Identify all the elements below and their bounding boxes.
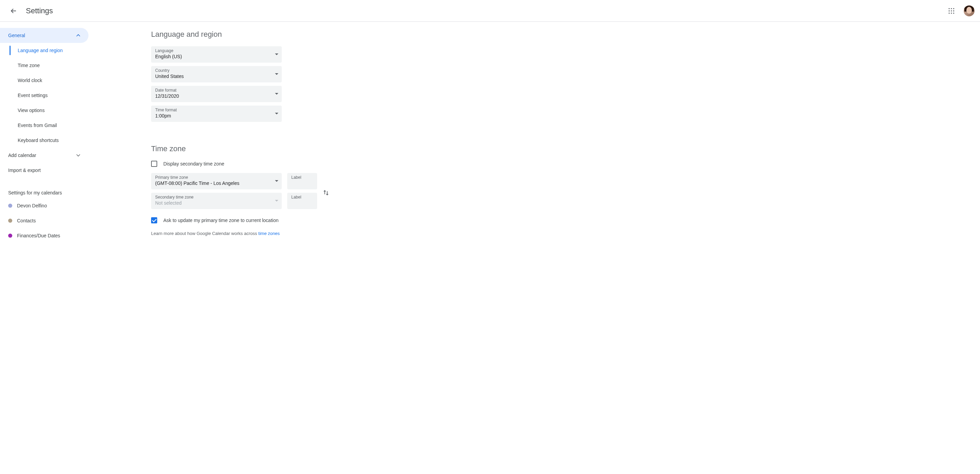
svg-point-6	[949, 13, 950, 14]
sidebar-group-label: General	[8, 33, 25, 38]
sidebar-item-import-export[interactable]: Import & export	[0, 163, 89, 178]
sidebar-item-label: Event settings	[18, 93, 48, 98]
date-format-select[interactable]: Date format 12/31/2020	[151, 86, 282, 102]
svg-point-8	[953, 13, 954, 14]
sidebar-item-add-calendar[interactable]: Add calendar	[0, 148, 89, 163]
caret-down-icon	[275, 113, 278, 115]
select-label: Primary time zone	[155, 175, 278, 180]
svg-point-0	[949, 8, 950, 9]
caret-down-icon	[275, 180, 278, 182]
svg-point-2	[953, 8, 954, 9]
sidebar-item-label: Time zone	[18, 63, 40, 68]
caret-down-icon	[275, 53, 278, 56]
svg-point-1	[951, 8, 952, 9]
sidebar-item-keyboard-shortcuts[interactable]: Keyboard shortcuts	[10, 133, 89, 148]
select-value: Not selected	[155, 199, 278, 206]
sidebar-item-label: Events from Gmail	[18, 123, 57, 128]
sidebar-item-language-region[interactable]: Language and region	[10, 43, 89, 58]
sidebar-item-events-from-gmail[interactable]: Events from Gmail	[10, 118, 89, 133]
input-label: Label	[291, 195, 313, 199]
calendar-color-dot	[8, 204, 12, 208]
swap-vertical-icon	[322, 189, 330, 196]
settings-sidebar: General Language and region Time zone Wo…	[0, 22, 89, 474]
sidebar-item-label: Import & export	[8, 168, 41, 173]
arrow-left-icon	[10, 7, 18, 15]
caret-down-icon	[275, 93, 278, 95]
display-secondary-tz-checkbox[interactable]	[151, 161, 157, 167]
input-label: Label	[291, 175, 313, 180]
sidebar-calendar-item[interactable]: Contacts	[0, 213, 89, 228]
select-value: 1:00pm	[155, 112, 278, 119]
primary-tz-label-input[interactable]: Label	[287, 173, 317, 189]
select-value: (GMT-08:00) Pacific Time - Los Angeles	[155, 180, 278, 187]
calendar-name: Contacts	[17, 218, 36, 223]
sidebar-item-label: Language and region	[18, 48, 63, 53]
chevron-up-icon	[75, 32, 82, 39]
svg-point-4	[951, 10, 952, 11]
ask-update-tz-checkbox[interactable]	[151, 217, 157, 223]
svg-point-5	[953, 10, 954, 11]
secondary-tz-label-input[interactable]: Label	[287, 193, 317, 209]
settings-main: Language and region Language English (US…	[89, 22, 980, 474]
apps-grid-icon	[948, 8, 955, 14]
select-label: Date format	[155, 88, 278, 93]
svg-point-7	[951, 13, 952, 14]
select-label: Time format	[155, 108, 278, 112]
select-label: Country	[155, 68, 278, 73]
google-apps-button[interactable]	[943, 3, 959, 19]
swap-timezones-button[interactable]	[319, 186, 333, 199]
time-zone-helper-text: Learn more about how Google Calendar wor…	[151, 231, 980, 236]
calendar-color-dot	[8, 234, 12, 238]
caret-down-icon	[275, 73, 278, 75]
caret-down-icon	[275, 200, 278, 202]
sidebar-calendar-item[interactable]: Devon Delfino	[0, 198, 89, 213]
sidebar-item-time-zone[interactable]: Time zone	[10, 58, 89, 73]
select-label: Secondary time zone	[155, 195, 278, 199]
select-label: Language	[155, 48, 278, 53]
sidebar-item-event-settings[interactable]: Event settings	[10, 88, 89, 103]
page-title: Settings	[26, 6, 53, 15]
sidebar-group-general[interactable]: General	[0, 28, 89, 43]
sidebar-item-label: Keyboard shortcuts	[18, 137, 59, 143]
calendar-color-dot	[8, 219, 12, 223]
primary-tz-select[interactable]: Primary time zone (GMT-08:00) Pacific Ti…	[151, 173, 282, 189]
chevron-down-icon	[75, 152, 82, 159]
sidebar-item-label: Add calendar	[8, 153, 37, 158]
country-select[interactable]: Country United States	[151, 66, 282, 82]
section-title-language-region: Language and region	[151, 30, 980, 39]
sidebar-item-view-options[interactable]: View options	[10, 103, 89, 118]
calendar-name: Finances/Due Dates	[17, 233, 60, 238]
account-avatar[interactable]	[964, 5, 975, 16]
select-value: English (US)	[155, 53, 278, 60]
display-secondary-tz-label: Display secondary time zone	[163, 161, 224, 166]
ask-update-tz-label: Ask to update my primary time zone to cu…	[163, 218, 278, 223]
back-button[interactable]	[5, 3, 22, 19]
secondary-tz-select[interactable]: Secondary time zone Not selected	[151, 193, 282, 209]
sidebar-item-label: World clock	[18, 78, 42, 83]
sidebar-item-world-clock[interactable]: World clock	[10, 73, 89, 88]
sidebar-section-my-calendars: Settings for my calendars	[0, 190, 89, 195]
calendar-name: Devon Delfino	[17, 203, 47, 208]
language-select[interactable]: Language English (US)	[151, 46, 282, 63]
sidebar-item-label: View options	[18, 108, 45, 113]
select-value: 12/31/2020	[155, 93, 278, 99]
select-value: United States	[155, 73, 278, 80]
time-zones-link[interactable]: time zones	[258, 231, 280, 236]
svg-point-3	[949, 10, 950, 11]
section-title-time-zone: Time zone	[151, 144, 980, 153]
time-format-select[interactable]: Time format 1:00pm	[151, 105, 282, 122]
sidebar-calendar-item[interactable]: Finances/Due Dates	[0, 228, 89, 243]
app-header: Settings	[0, 0, 980, 22]
